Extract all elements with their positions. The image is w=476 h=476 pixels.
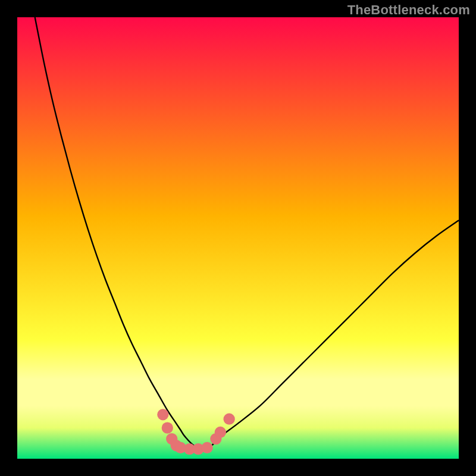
highlight-dot (224, 414, 235, 425)
highlight-dot (201, 442, 212, 453)
watermark-label: TheBottleneck.com (347, 2, 470, 18)
highlight-dot (215, 427, 226, 438)
chart-frame: TheBottleneck.com (0, 0, 476, 476)
gradient-background (17, 17, 459, 459)
highlight-dot (157, 409, 168, 420)
highlight-dot (162, 422, 173, 433)
bottleneck-chart (17, 17, 459, 459)
plot-area (17, 17, 459, 459)
